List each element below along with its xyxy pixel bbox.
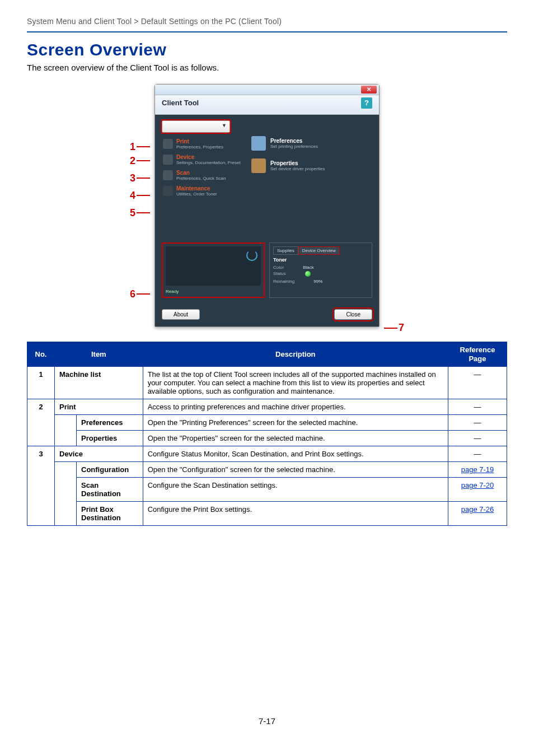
- nav-item-device[interactable]: Device Settings, Documentation, Preset: [162, 152, 246, 167]
- th-desc: Description: [143, 342, 448, 367]
- th-item: Item: [55, 342, 143, 367]
- table-row: 3 Device Configure Status Monitor, Scan …: [27, 446, 507, 462]
- printer-image: [166, 246, 261, 286]
- right-callouts: 7: [380, 77, 404, 334]
- cell-ref: —: [448, 431, 507, 446]
- cell-item: Print: [55, 399, 143, 415]
- nav-device-sub: Settings, Documentation, Preset: [176, 160, 241, 165]
- device-icon: [163, 155, 173, 165]
- properties-icon: [251, 158, 266, 173]
- table-row: 1 Machine list The list at the top of Cl…: [27, 367, 507, 399]
- print-icon: [163, 139, 173, 149]
- cell-no: 3: [27, 446, 55, 526]
- tab-device-overview[interactable]: Device Overview: [298, 246, 340, 255]
- nav-item-maintenance[interactable]: Maintenance Utilities, Order Toner: [162, 183, 246, 199]
- toner-remaining-label: Remaining: [273, 279, 294, 284]
- nav-print-sub: Preferences, Properties: [176, 144, 223, 150]
- nav-scan-sub: Preferences, Quick Scan: [176, 176, 226, 181]
- toner-heading: Toner: [273, 257, 368, 263]
- nav-maint-sub: Utilities, Order Toner: [176, 192, 217, 197]
- nav-item-scan[interactable]: Scan Preferences, Quick Scan: [162, 167, 246, 183]
- nav-device-title: Device: [176, 154, 241, 160]
- about-button[interactable]: About: [162, 309, 200, 320]
- callout-2: 2: [130, 155, 151, 167]
- ref-link[interactable]: page 7-20: [461, 481, 494, 489]
- supplies-panel: Supplies Device Overview Toner ColorBlac…: [269, 242, 372, 298]
- help-button[interactable]: ?: [361, 97, 372, 109]
- cell-subitem: Scan Destination: [77, 478, 143, 502]
- breadcrumb: System Menu and Client Tool > Default Se…: [27, 17, 507, 32]
- cell-desc: Configure the Scan Destination settings.: [143, 478, 448, 502]
- window-close-button[interactable]: ✕: [361, 86, 377, 94]
- nav-scan-title: Scan: [176, 170, 226, 176]
- tab-supplies[interactable]: Supplies: [273, 246, 298, 255]
- table-row: Configuration Open the "Configuration" s…: [27, 462, 507, 478]
- nav-maint-title: Maintenance: [176, 185, 217, 192]
- nav-list: Print Preferences, Properties Device Set…: [162, 136, 246, 199]
- cell-ref: —: [448, 415, 507, 431]
- tool-header-title: Client Tool: [162, 99, 199, 107]
- left-callouts: 1 2 3 4 5 6: [130, 111, 154, 300]
- toner-status-label: Status: [273, 271, 286, 278]
- close-button[interactable]: Close: [334, 309, 372, 320]
- opt-prop-sub: Set device driver properties: [270, 166, 325, 171]
- toner-color-value: Black: [303, 265, 314, 270]
- machine-selector[interactable]: [162, 120, 230, 133]
- screenshot-figure: 1 2 3 4 5 6 ✕ Client Tool ?: [27, 77, 507, 334]
- callout-6: 6: [130, 288, 151, 300]
- cell-indent: [55, 462, 77, 526]
- table-row: Properties Open the "Properties" screen …: [27, 431, 507, 446]
- cell-ref: —: [448, 446, 507, 462]
- page-number: 7-17: [27, 716, 507, 726]
- ref-link[interactable]: page 7-26: [461, 505, 494, 514]
- cell-item: Device: [55, 446, 143, 462]
- cell-desc: Open the "Printing Preferences" screen f…: [143, 415, 448, 431]
- client-tool-window: ✕ Client Tool ? Print Pr: [154, 84, 380, 327]
- th-no: No.: [27, 342, 55, 367]
- opt-pref-title: Preferences: [270, 138, 318, 144]
- refresh-icon[interactable]: [246, 250, 257, 261]
- maintenance-icon: [163, 186, 173, 196]
- table-row: Preferences Open the "Printing Preferenc…: [27, 415, 507, 431]
- opt-preferences[interactable]: Preferences Set printing preferences: [251, 136, 372, 151]
- scan-icon: [163, 170, 173, 180]
- cell-subitem: Properties: [77, 431, 143, 446]
- device-status-panel: Ready: [162, 242, 265, 298]
- cell-desc: Open the "Configuration" screen for the …: [143, 462, 448, 478]
- th-ref: Reference Page: [448, 342, 507, 367]
- callout-7: 7: [383, 322, 404, 334]
- cell-subitem: Print Box Destination: [77, 502, 143, 526]
- cell-desc: Configure the Print Box settings.: [143, 502, 448, 526]
- tool-header: Client Tool ?: [155, 95, 379, 115]
- cell-indent: [55, 415, 77, 446]
- intro-text: The screen overview of the Client Tool i…: [27, 63, 507, 72]
- page-title: Screen Overview: [27, 40, 507, 59]
- cell-subitem: Configuration: [77, 462, 143, 478]
- cell-no: 2: [27, 399, 55, 446]
- nav-item-print[interactable]: Print Preferences, Properties: [162, 136, 246, 152]
- preferences-icon: [251, 136, 266, 151]
- right-pane: Preferences Set printing preferences Pro…: [246, 136, 372, 199]
- callout-5: 5: [130, 207, 151, 219]
- cell-ref: —: [448, 367, 507, 399]
- ref-link[interactable]: page 7-19: [461, 465, 494, 474]
- cell-no: 1: [27, 367, 55, 399]
- table-row: Scan Destination Configure the Scan Dest…: [27, 478, 507, 502]
- status-ready: Ready: [166, 289, 261, 294]
- overview-table: No. Item Description Reference Page 1 Ma…: [27, 342, 507, 526]
- status-ok-icon: [305, 271, 311, 277]
- table-row: 2 Print Access to printing preferences a…: [27, 399, 507, 415]
- cell-ref: —: [448, 399, 507, 415]
- toner-color-label: Color: [273, 265, 284, 270]
- opt-properties[interactable]: Properties Set device driver properties: [251, 158, 372, 173]
- cell-item: Machine list: [55, 367, 143, 399]
- cell-desc: The list at the top of Client Tool scree…: [143, 367, 448, 399]
- nav-print-title: Print: [176, 138, 223, 144]
- callout-1: 1: [130, 141, 151, 153]
- cell-desc: Configure Status Monitor, Scan Destinati…: [143, 446, 448, 462]
- cell-subitem: Preferences: [77, 415, 143, 431]
- window-titlebar: ✕: [155, 85, 379, 95]
- cell-desc: Open the "Properties" screen for the sel…: [143, 431, 448, 446]
- opt-pref-sub: Set printing preferences: [270, 144, 318, 149]
- toner-remaining-value: 99%: [313, 279, 322, 284]
